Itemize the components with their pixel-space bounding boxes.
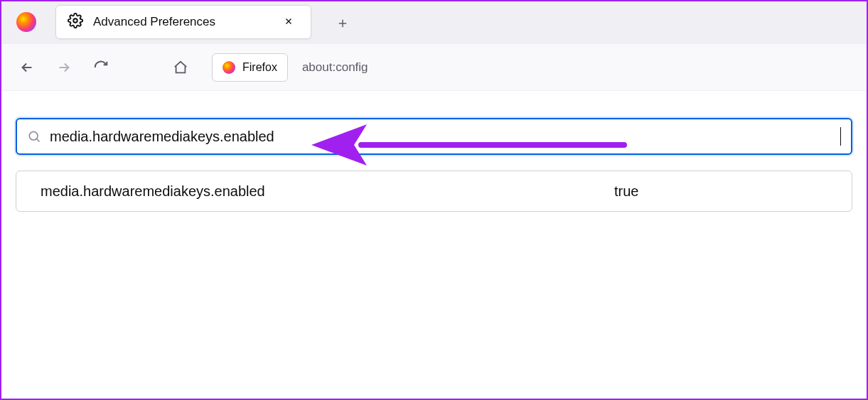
preference-search-box[interactable]: [16, 118, 852, 155]
site-identity-box[interactable]: Firefox: [212, 53, 288, 82]
svg-point-0: [73, 18, 77, 23]
preference-search-input[interactable]: [50, 129, 832, 145]
preference-name: media.hardwaremediakeys.enabled: [41, 183, 265, 200]
preference-row[interactable]: media.hardwaremediakeys.enabled true: [16, 171, 852, 211]
firefox-logo-icon: [16, 12, 36, 32]
identity-label: Firefox: [242, 61, 277, 74]
new-tab-button[interactable]: [328, 9, 357, 38]
plus-icon: [336, 17, 349, 30]
preference-value: true: [614, 183, 827, 200]
tab-close-button[interactable]: [279, 12, 298, 33]
reload-icon: [93, 60, 109, 75]
browser-tab[interactable]: Advanced Preferences: [55, 5, 311, 39]
home-icon: [173, 60, 188, 75]
text-caret: [840, 127, 841, 146]
tab-title: Advanced Preferences: [93, 15, 279, 29]
firefox-app-icon[interactable]: [1, 1, 51, 43]
close-icon: [284, 16, 294, 26]
forward-button[interactable]: [47, 50, 81, 85]
arrow-left-icon: [19, 60, 35, 75]
home-button[interactable]: [164, 50, 198, 85]
firefox-logo-icon: [223, 61, 235, 74]
search-icon: [27, 129, 41, 144]
tab-strip: Advanced Preferences: [1, 1, 867, 44]
gear-icon: [68, 13, 83, 31]
navigation-toolbar: Firefox about:config: [1, 44, 867, 91]
arrow-right-icon: [56, 60, 72, 75]
back-button[interactable]: [10, 50, 44, 85]
page-content: media.hardwaremediakeys.enabled true: [3, 92, 865, 397]
url-display[interactable]: about:config: [295, 60, 375, 75]
svg-point-1: [29, 131, 38, 140]
reload-button[interactable]: [84, 50, 118, 85]
preference-results: media.hardwaremediakeys.enabled true: [16, 171, 852, 212]
